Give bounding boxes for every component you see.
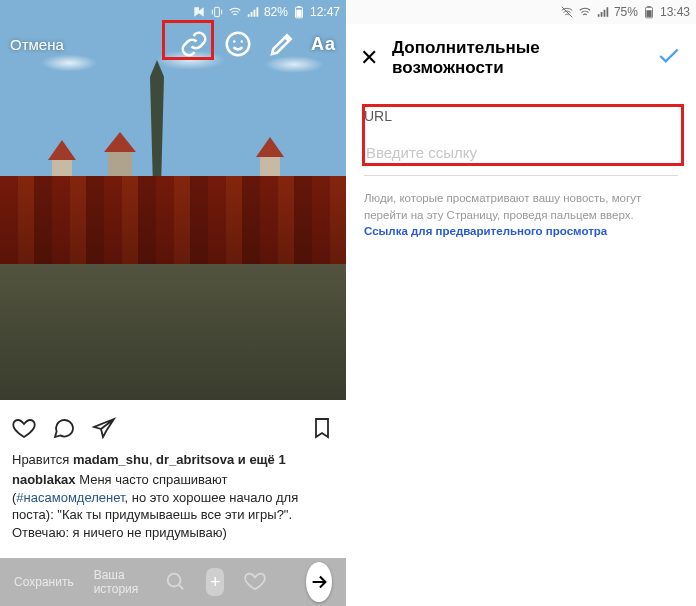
comment-icon[interactable] bbox=[52, 416, 76, 444]
signal-icon bbox=[596, 5, 610, 19]
like-icon[interactable] bbox=[12, 416, 36, 444]
clock: 13:43 bbox=[660, 5, 690, 19]
share-icon[interactable] bbox=[92, 416, 116, 444]
svg-rect-0 bbox=[215, 7, 220, 16]
svg-rect-10 bbox=[646, 10, 651, 17]
url-hint: Люди, которые просматривают вашу новость… bbox=[364, 190, 678, 240]
svg-point-4 bbox=[227, 33, 250, 56]
confirm-icon[interactable] bbox=[656, 43, 682, 73]
battery-icon bbox=[642, 5, 656, 19]
save-button[interactable]: Сохранить bbox=[14, 575, 74, 589]
battery-percent: 75% bbox=[614, 5, 638, 19]
panel-header: ✕ Дополнительные возможности bbox=[346, 24, 696, 88]
preview-link[interactable]: Ссылка для предварительного просмотра bbox=[364, 225, 607, 237]
battery-icon bbox=[292, 5, 306, 19]
wifi-off-icon bbox=[560, 5, 574, 19]
story-photo: 82% 12:47 Отмена Aa bbox=[0, 0, 346, 400]
your-story-button[interactable]: Ваша история bbox=[94, 568, 145, 596]
svg-rect-2 bbox=[296, 10, 301, 17]
likes-line[interactable]: Нравится madam_shu, dr_abritsova и ещё 1 bbox=[12, 452, 334, 467]
cancel-button[interactable]: Отмена bbox=[10, 36, 64, 53]
story-toolbar: Отмена Aa bbox=[0, 24, 346, 64]
status-bar: 75% 13:43 bbox=[346, 0, 696, 24]
face-sticker-icon[interactable] bbox=[223, 29, 253, 59]
draw-icon[interactable] bbox=[267, 29, 297, 59]
wifi-icon bbox=[578, 5, 592, 19]
story-editor-screen: 82% 12:47 Отмена Aa bbox=[0, 0, 346, 606]
search-icon[interactable] bbox=[164, 570, 186, 595]
story-footer: Сохранить Ваша история + bbox=[0, 558, 346, 606]
panel-title: Дополнительные возможности bbox=[392, 38, 642, 78]
text-tool-button[interactable]: Aa bbox=[311, 34, 336, 55]
hashtag-link[interactable]: #насамомделенет bbox=[16, 490, 124, 505]
wifi-icon bbox=[228, 5, 242, 19]
post-caption: naoblakax Меня часто спрашивают (#насамо… bbox=[12, 471, 334, 541]
url-label: URL bbox=[364, 108, 678, 124]
svg-point-6 bbox=[240, 40, 243, 43]
link-icon[interactable] bbox=[179, 29, 209, 59]
url-input[interactable] bbox=[364, 130, 678, 176]
close-icon[interactable]: ✕ bbox=[360, 47, 378, 69]
post-action-bar bbox=[12, 410, 334, 452]
vibrate-icon bbox=[210, 5, 224, 19]
svg-point-7 bbox=[168, 573, 181, 586]
nfc-icon bbox=[192, 5, 206, 19]
send-story-button[interactable] bbox=[306, 562, 332, 602]
signal-icon bbox=[246, 5, 260, 19]
svg-point-5 bbox=[233, 40, 236, 43]
battery-percent: 82% bbox=[264, 5, 288, 19]
more-options-screen: 75% 13:43 ✕ Дополнительные возможности U… bbox=[346, 0, 696, 606]
svg-rect-3 bbox=[297, 6, 301, 7]
svg-rect-11 bbox=[647, 6, 651, 7]
add-post-button[interactable]: + bbox=[206, 568, 224, 596]
status-bar: 82% 12:47 bbox=[0, 0, 346, 24]
activity-icon[interactable] bbox=[244, 570, 266, 595]
clock: 12:47 bbox=[310, 5, 340, 19]
bookmark-icon[interactable] bbox=[310, 416, 334, 444]
